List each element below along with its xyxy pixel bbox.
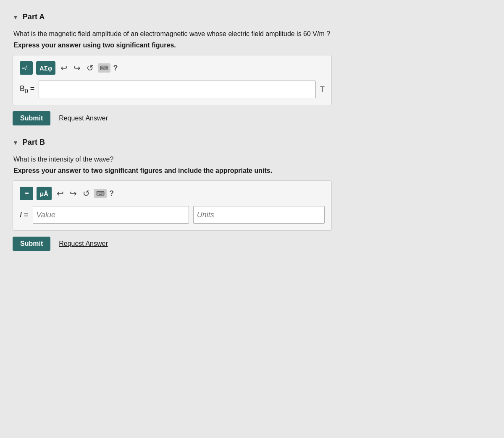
part-b-matrix-btn[interactable]: ▪▪ <box>20 187 33 200</box>
part-a-refresh-btn[interactable]: ↺ <box>85 62 95 74</box>
part-b-question: What is the intensity of the wave? <box>13 154 491 164</box>
part-a-request-answer-btn[interactable]: Request Answer <box>59 115 108 122</box>
part-b-symbol-btn[interactable]: μÅ <box>37 187 52 200</box>
part-b-answer-box: ▪▪ μÅ ↩ ↪ ↺ ⌨ ? I = <box>13 180 332 231</box>
part-b-section: ▼ Part B What is the intensity of the wa… <box>13 138 491 251</box>
part-a-chevron-icon[interactable]: ▼ <box>13 14 18 21</box>
part-a-input-row: B0 = T <box>20 81 325 98</box>
part-a-instruction: Express your answer using two significan… <box>13 42 491 49</box>
part-a-submit-btn[interactable]: Submit <box>13 111 50 125</box>
part-a-header: ▼ Part A <box>13 13 491 21</box>
part-b-request-answer-btn[interactable]: Request Answer <box>59 240 108 248</box>
part-a-help-icon[interactable]: ? <box>113 64 118 73</box>
part-b-input-label: I = <box>20 211 29 219</box>
part-b-undo-btn[interactable]: ↩ <box>55 188 66 199</box>
part-b-keyboard-btn[interactable]: ⌨ <box>94 189 107 198</box>
part-b-redo-btn[interactable]: ↪ <box>68 188 79 199</box>
part-a-section: ▼ Part A What is the magnetic field ampl… <box>13 13 491 125</box>
part-a-subscript: 0 <box>25 88 28 94</box>
part-b-toolbar: ▪▪ μÅ ↩ ↪ ↺ ⌨ ? <box>20 187 325 200</box>
part-b-refresh-btn[interactable]: ↺ <box>81 188 92 199</box>
part-b-title: Part B <box>23 138 45 147</box>
part-b-value-input[interactable] <box>33 206 189 224</box>
part-b-icon-group: ↩ ↪ ↺ ⌨ ? <box>55 188 114 199</box>
part-b-buttons-row: Submit Request Answer <box>13 237 491 251</box>
part-a-icon-group: ↩ ↪ ↺ ⌨ ? <box>59 62 118 74</box>
part-a-title: Part A <box>23 13 45 21</box>
part-a-input-label: B0 = <box>20 84 34 94</box>
part-a-undo-btn[interactable]: ↩ <box>59 62 69 74</box>
part-a-buttons-row: Submit Request Answer <box>13 111 491 125</box>
part-a-question: What is the magnetic field amplitude of … <box>13 29 491 39</box>
part-b-help-icon[interactable]: ? <box>109 189 114 198</box>
part-b-instruction: Express your answer to two significant f… <box>13 167 491 175</box>
part-b-header: ▼ Part B <box>13 138 491 147</box>
part-a-symbol-btn[interactable]: ΑΣφ <box>36 61 56 75</box>
part-b-chevron-icon[interactable]: ▼ <box>13 139 18 146</box>
part-a-answer-input[interactable] <box>39 81 316 98</box>
part-a-unit-label: T <box>320 85 325 94</box>
part-b-submit-btn[interactable]: Submit <box>13 237 50 251</box>
part-a-answer-box: ▪√□ ΑΣφ ↩ ↪ ↺ ⌨ ? B0 = T <box>13 55 332 105</box>
part-a-toolbar: ▪√□ ΑΣφ ↩ ↪ ↺ ⌨ ? <box>20 61 325 75</box>
part-a-redo-btn[interactable]: ↪ <box>72 62 82 74</box>
part-a-keyboard-btn[interactable]: ⌨ <box>98 63 110 73</box>
part-b-units-input[interactable] <box>193 206 325 224</box>
part-a-matrix-btn[interactable]: ▪√□ <box>20 61 33 75</box>
part-b-input-row: I = <box>20 206 325 224</box>
